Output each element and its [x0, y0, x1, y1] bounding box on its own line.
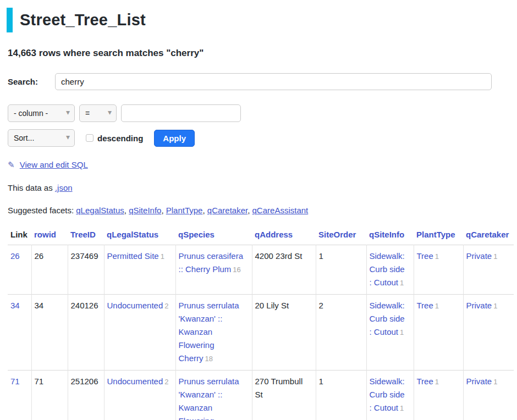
facet-link-qcareassistant[interactable]: qCareAssistant: [252, 206, 309, 215]
op-select-wrap: =: [75, 104, 117, 122]
pencil-icon: ✎: [8, 160, 15, 170]
cell-species: Prunus serrulata 'Kwanzan' :: Kwanzan Fl…: [175, 371, 252, 420]
facet-count: 1: [161, 252, 164, 261]
facet-count: 18: [205, 355, 213, 363]
cell-link: 34: [8, 295, 31, 371]
facet-count: 2: [164, 378, 168, 386]
facet-count: 16: [233, 266, 240, 274]
results-table: Link rowid TreeID qLegalStatus qSpecies …: [8, 228, 514, 420]
column-header-planttype[interactable]: PlantType: [416, 230, 455, 239]
facet-count: 1: [493, 252, 497, 261]
cell-address: 270 Trumbull St: [252, 371, 316, 420]
search-label: Search:: [8, 77, 55, 86]
cell-legal-status: Permitted Site1: [104, 245, 175, 295]
cell-plant-type: Tree1: [414, 245, 463, 295]
facet-link-qsiteinfo[interactable]: qSiteInfo: [129, 206, 161, 215]
legal-status-link[interactable]: Undocumented: [107, 377, 163, 386]
plant-type-link[interactable]: Tree: [417, 301, 433, 310]
facet-count: 1: [435, 252, 439, 261]
cell-site-info: Sidewalk: Curb side : Cutout1: [366, 295, 414, 371]
facet-count: 1: [435, 378, 439, 386]
caretaker-link[interactable]: Private: [466, 251, 492, 261]
table-row: 34 34 240126 Undocumented2 Prunus serrul…: [8, 295, 514, 371]
cell-plant-type: Tree1: [414, 371, 463, 420]
facet-count: 1: [435, 302, 439, 310]
facet-link-qlegalstatus[interactable]: qLegalStatus: [76, 206, 124, 215]
cell-legal-status: Undocumented2: [104, 371, 175, 420]
table-header-row: Link rowid TreeID qLegalStatus qSpecies …: [8, 228, 514, 245]
plant-type-link[interactable]: Tree: [417, 251, 433, 261]
caretaker-link[interactable]: Private: [466, 377, 492, 386]
table-row: 71 71 251206 Undocumented2 Prunus serrul…: [8, 371, 514, 420]
column-header-qlegalstatus[interactable]: qLegalStatus: [107, 230, 158, 239]
column-header-qcaretaker[interactable]: qCaretaker: [466, 230, 509, 239]
filter-column-select[interactable]: - column -: [8, 104, 75, 122]
table-row: 26 26 237469 Permitted Site1 Prunus cera…: [8, 245, 514, 295]
cell-link: 26: [8, 245, 31, 295]
column-header-siteorder[interactable]: SiteOrder: [318, 230, 356, 239]
cell-treeid: 251206: [68, 371, 104, 420]
search-form: Search:: [8, 73, 512, 90]
page-header: Street_Tree_List: [7, 8, 512, 32]
legal-status-link[interactable]: Undocumented: [107, 301, 163, 310]
column-select-wrap: - column -: [8, 104, 75, 122]
view-edit-sql-link[interactable]: View and edit SQL: [20, 160, 88, 169]
cell-legal-status: Undocumented2: [104, 295, 175, 371]
filter-value-input[interactable]: [121, 104, 241, 122]
page-title: Street_Tree_List: [20, 8, 146, 32]
row-link[interactable]: 71: [10, 377, 20, 386]
descending-label: descending: [97, 134, 143, 143]
facets-label: Suggested facets:: [8, 206, 74, 215]
species-link[interactable]: Prunus serrulata 'Kwanzan' :: Kwanzan Fl…: [179, 377, 239, 420]
facet-separator: ,: [248, 206, 252, 215]
column-header-link: Link: [8, 228, 31, 245]
cell-caretaker: Private1: [463, 245, 514, 295]
caretaker-link[interactable]: Private: [466, 301, 492, 310]
cell-site-order: 2: [316, 295, 366, 371]
column-header-qspecies[interactable]: qSpecies: [178, 230, 215, 239]
row-link[interactable]: 26: [10, 251, 20, 261]
facet-count: 1: [493, 302, 497, 310]
row-link[interactable]: 34: [10, 301, 20, 310]
cell-caretaker: Private1: [463, 295, 514, 371]
column-header-rowid[interactable]: rowid: [34, 230, 56, 239]
cell-treeid: 237469: [68, 245, 104, 295]
cell-caretaker: Private1: [463, 371, 514, 420]
data-as-label: This data as: [8, 183, 53, 192]
facet-count: 1: [400, 328, 404, 336]
facet-count: 2: [164, 302, 168, 310]
filter-operator-select[interactable]: =: [79, 104, 117, 122]
cell-site-info: Sidewalk: Curb side : Cutout1: [366, 371, 414, 420]
facet-count: 1: [400, 279, 404, 287]
cell-rowid: 34: [31, 295, 68, 371]
data-export-line: This data as .json: [8, 183, 512, 192]
row-count-summary: 14,663 rows where search matches "cherry…: [8, 48, 512, 59]
cell-link: 71: [8, 371, 31, 420]
column-header-treeid[interactable]: TreeID: [70, 230, 96, 239]
sql-link-line: ✎ View and edit SQL: [8, 160, 512, 170]
facet-count: 1: [493, 378, 497, 386]
cell-site-info: Sidewalk: Curb side : Cutout1: [366, 245, 414, 295]
legal-status-link[interactable]: Permitted Site: [107, 251, 159, 261]
sort-row: Sort... descending Apply: [8, 129, 512, 147]
facet-count: 1: [400, 404, 404, 412]
facet-separator: ,: [161, 206, 166, 215]
cell-site-order: 1: [316, 245, 366, 295]
cell-species: Prunus cerasifera :: Cherry Plum16: [175, 245, 252, 295]
column-header-qsiteinfo[interactable]: qSiteInfo: [369, 230, 404, 239]
suggested-facets-line: Suggested facets: qLegalStatus, qSiteInf…: [8, 206, 512, 215]
descending-checkbox[interactable]: [86, 134, 94, 142]
facet-link-planttype[interactable]: PlantType: [166, 206, 203, 215]
cell-plant-type: Tree1: [414, 295, 463, 371]
sort-select[interactable]: Sort...: [8, 129, 75, 147]
search-input[interactable]: [55, 73, 492, 90]
accent-bar: [7, 8, 13, 32]
facet-link-qcaretaker[interactable]: qCaretaker: [207, 206, 248, 215]
species-link[interactable]: Prunus serrulata 'Kwanzan' :: Kwanzan Fl…: [179, 301, 239, 363]
column-header-qaddress[interactable]: qAddress: [255, 230, 293, 239]
plant-type-link[interactable]: Tree: [417, 377, 433, 386]
json-export-link[interactable]: .json: [55, 183, 73, 192]
apply-button[interactable]: Apply: [154, 130, 195, 147]
sort-select-wrap: Sort...: [8, 129, 75, 147]
cell-species: Prunus serrulata 'Kwanzan' :: Kwanzan Fl…: [175, 295, 252, 371]
